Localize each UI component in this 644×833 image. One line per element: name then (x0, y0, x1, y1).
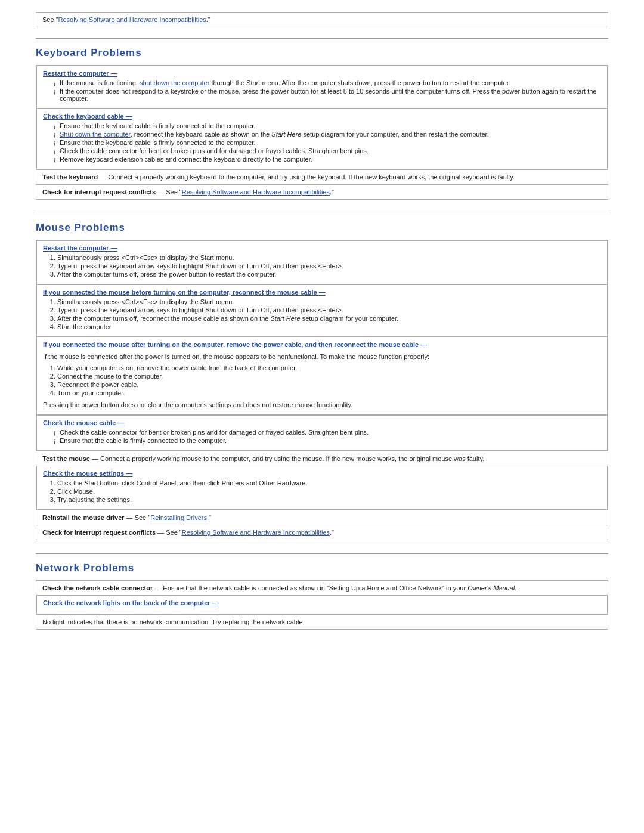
mouse-test-text: Test the mouse — Connect a properly work… (42, 455, 484, 462)
mouse-cable-list: Check the cable connector for bent or br… (43, 429, 601, 444)
mouse-reinstall-link[interactable]: Reinstalling Drivers (150, 514, 207, 521)
list-item: Type u, press the keyboard arrow keys to… (57, 306, 601, 314)
list-item: Turn on your computer. (57, 389, 601, 397)
network-cable-text: Check the network cable connector — Ensu… (42, 584, 516, 592)
mouse-before-box: If you connected the mouse before turnin… (36, 284, 608, 337)
mouse-after-title: If you connected the mouse after turning… (43, 341, 601, 348)
divider-top (36, 38, 608, 39)
list-item: Try adjusting the settings. (57, 496, 601, 503)
link-shutdown[interactable]: shut down the computer (140, 79, 209, 86)
mouse-settings-title: Check the mouse settings — (43, 470, 601, 477)
list-item: Click the Start button, click Control Pa… (57, 479, 601, 487)
top-reference: See "Resolving Software and Hardware Inc… (36, 12, 608, 27)
keyboard-test-row: Test the keyboard — Connect a properly w… (36, 169, 608, 184)
mouse-interrupt-text: Check for interrupt request conflicts — … (42, 529, 334, 536)
list-item: Check the cable connector for bent or br… (54, 429, 601, 436)
mouse-interrupt-link[interactable]: Resolving Software and Hardware Incompat… (182, 529, 330, 536)
mouse-section: Mouse Problems Restart the computer — Si… (36, 222, 608, 540)
keyboard-test-text: Test the keyboard — Connect a properly w… (42, 174, 515, 181)
network-box: Check the network cable connector — Ensu… (36, 580, 608, 630)
mouse-after-list: While your computer is on, remove the po… (43, 364, 601, 397)
list-item: Ensure that the cable is firmly connecte… (54, 437, 601, 444)
list-item: After the computer turns off, reconnect … (57, 315, 601, 322)
list-item: If the mouse is functioning, shut down t… (54, 79, 601, 86)
keyboard-restart-title: Restart the computer — (43, 70, 601, 77)
list-item: Type u, press the keyboard arrow keys to… (57, 262, 601, 270)
mouse-reinstall-row: Reinstall the mouse driver — See "Reinst… (36, 510, 608, 525)
mouse-title: Mouse Problems (36, 222, 608, 234)
keyboard-box: Restart the computer — If the mouse is f… (36, 65, 608, 200)
mouse-settings-list: Click the Start button, click Control Pa… (43, 479, 601, 503)
keyboard-interrupt-text: Check for interrupt request conflicts — … (42, 188, 334, 196)
list-item: After the computer turns off, press the … (57, 271, 601, 278)
mouse-restart-box: Restart the computer — Simultaneously pr… (36, 240, 608, 284)
network-nolight-row: No light indicates that there is no netw… (36, 614, 608, 629)
keyboard-title: Keyboard Problems (36, 47, 608, 59)
mouse-before-title: If you connected the mouse before turnin… (43, 289, 601, 296)
keyboard-interrupt-link[interactable]: Resolving Software and Hardware Incompat… (182, 188, 330, 196)
list-item: Ensure that the keyboard cable is firmly… (54, 122, 601, 129)
keyboard-cable-list: Ensure that the keyboard cable is firmly… (43, 122, 601, 163)
mouse-interrupt-row: Check for interrupt request conflicts — … (36, 525, 608, 540)
keyboard-cable-title: Check the keyboard cable — (43, 113, 601, 120)
list-item: Remove keyboard extension cables and con… (54, 156, 601, 163)
mouse-cable-box: Check the mouse cable — Check the cable … (36, 415, 608, 451)
mouse-box: Restart the computer — Simultaneously pr… (36, 240, 608, 540)
list-item: Click Mouse. (57, 488, 601, 495)
network-section: Network Problems Check the network cable… (36, 562, 608, 630)
mouse-before-list: Simultaneously press <Ctrl><Esc> to disp… (43, 298, 601, 330)
mouse-restart-list: Simultaneously press <Ctrl><Esc> to disp… (43, 254, 601, 278)
mouse-cable-title: Check the mouse cable — (43, 419, 601, 426)
network-lights-title: Check the network lights on the back of … (43, 599, 601, 606)
mouse-settings-box: Check the mouse settings — Click the Sta… (36, 466, 608, 510)
mouse-after-box: If you connected the mouse after turning… (36, 337, 608, 415)
list-item: Start the computer. (57, 323, 601, 330)
top-ref-text: See " (42, 16, 58, 23)
mouse-reinstall-text: Reinstall the mouse driver — See "Reinst… (42, 514, 211, 521)
list-item: Check the cable connector for bent or br… (54, 147, 601, 154)
list-item: Reconnect the power cable. (57, 381, 601, 388)
list-item: Simultaneously press <Ctrl><Esc> to disp… (57, 254, 601, 261)
keyboard-restart-list: If the mouse is functioning, shut down t… (43, 79, 601, 102)
network-cable-row: Check the network cable connector — Ensu… (36, 581, 608, 595)
list-item: Simultaneously press <Ctrl><Esc> to disp… (57, 298, 601, 305)
list-item: Ensure that the keyboard cable is firmly… (54, 139, 601, 146)
keyboard-interrupt-row: Check for interrupt request conflicts — … (36, 184, 608, 199)
mouse-restart-title: Restart the computer — (43, 244, 601, 252)
keyboard-section: Keyboard Problems Restart the computer —… (36, 47, 608, 200)
list-item: If the computer does not respond to a ke… (54, 88, 601, 102)
list-item: Connect the mouse to the computer. (57, 373, 601, 380)
top-ref-link[interactable]: Resolving Software and Hardware Incompat… (58, 16, 206, 23)
keyboard-restart-box: Restart the computer — If the mouse is f… (36, 66, 608, 109)
divider-network (36, 553, 608, 554)
keyboard-cable-box: Check the keyboard cable — Ensure that t… (36, 109, 608, 169)
link-shutdown2[interactable]: Shut down the computer (60, 131, 131, 138)
mouse-test-row: Test the mouse — Connect a properly work… (36, 451, 608, 466)
divider-mouse (36, 213, 608, 213)
list-item: While your computer is on, remove the po… (57, 364, 601, 371)
network-title: Network Problems (36, 562, 608, 574)
top-ref-text2: ." (206, 16, 210, 23)
network-nolight-text: No light indicates that there is no netw… (42, 618, 305, 625)
network-lights-box: Check the network lights on the back of … (36, 595, 608, 614)
list-item: Shut down the computer, reconnect the ke… (54, 131, 601, 138)
mouse-after-para: If the mouse is connected after the powe… (43, 351, 601, 363)
mouse-after-footer: Pressing the power button does not clear… (43, 398, 601, 410)
